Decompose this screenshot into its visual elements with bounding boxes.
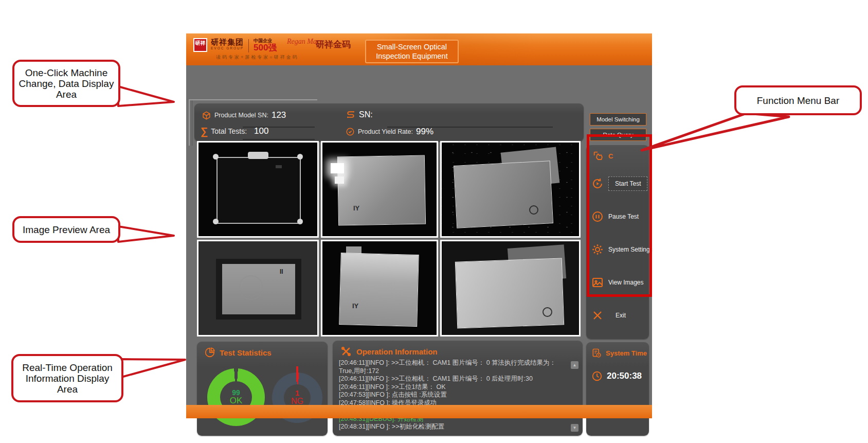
product-model-label: Product Model SN: <box>214 112 268 119</box>
ng-count: 1 <box>295 389 299 397</box>
total-tests-underline <box>243 139 315 140</box>
preview-image-6 <box>440 240 581 336</box>
logo-mark-icon: 研祥 <box>193 38 207 52</box>
current-time: 20:50:38 <box>607 371 642 381</box>
app-header: 研祥 研祥集团 EVOC GROUP 中国企业 500强 读码专家+屏检专家=研… <box>186 33 652 65</box>
exit-icon <box>591 309 604 322</box>
screenshot-canvas: 研祥 研祥集团 EVOC GROUP 中国企业 500强 读码专家+屏检专家=研… <box>0 0 868 443</box>
system-time-title: System Time <box>606 349 647 357</box>
app-title-line1: Small-Screen Optical <box>377 42 447 51</box>
preview-image-2: IY <box>321 141 438 238</box>
menu-item-label: Exit <box>616 312 626 319</box>
logo-brand-text: 研祥金码 <box>316 39 351 50</box>
system-time-panel: System Time 20:50:38 2024-08-15 <box>586 342 649 436</box>
data-display-panel: Product Model SN: 123 ∑ Total Tests: 100… <box>194 103 584 141</box>
app-footer-strip <box>186 405 652 418</box>
ok-count: 99 <box>232 389 240 397</box>
total-tests-value: 100 <box>254 126 268 136</box>
logo-rank-text: 500强 <box>254 43 277 52</box>
log-line: [20:46:11][INFO ]: >>工位相机： CAM1 图片编号： 0 … <box>339 359 567 375</box>
decorative-bracket <box>189 100 192 146</box>
pie-chart-icon <box>204 347 215 358</box>
yield-rate-label: Product Yield Rate: <box>358 128 413 135</box>
preview-image-4: II <box>197 240 319 336</box>
operation-log[interactable]: [20:46:11][INFO ]: >>工位相机： CAM1 图片编号： 0 … <box>339 359 567 433</box>
log-line: [20:46:11][INFO ]: >>工位1结果： OK <box>339 383 567 392</box>
callout-function-menu-bar: Function Menu Bar <box>734 85 862 115</box>
model-switching-button[interactable]: Model Switching <box>590 113 646 126</box>
doc-clock-icon <box>591 348 602 358</box>
callout-data-display-area: One-Click Machine Change, Data Display A… <box>12 60 120 107</box>
sn-route-icon <box>346 110 356 119</box>
inspection-app-window: 研祥 研祥集团 EVOC GROUP 中国企业 500强 读码专家+屏检专家=研… <box>186 33 652 418</box>
menu-item-exit[interactable]: Exit <box>591 307 646 324</box>
callout-image-preview-area: Image Preview Area <box>12 216 120 243</box>
test-statistics-panel: Test Statistics 99 OK 1 NG <box>197 342 328 436</box>
total-tests-label: Total Tests: <box>211 127 247 135</box>
log-scroll-up-button[interactable]: ▲ <box>571 361 578 369</box>
preview-image-1 <box>197 141 319 238</box>
image-preview-grid: IY II IY <box>197 141 585 339</box>
preview-image-5: IY <box>321 240 438 336</box>
log-line: [20:47:53][INFO ]: 点击按钮 :系统设置 <box>339 391 567 399</box>
tools-icon <box>340 345 352 358</box>
logo-divider <box>248 39 249 52</box>
app-body: Product Model SN: 123 ∑ Total Tests: 100… <box>186 65 652 405</box>
product-box-icon <box>202 111 211 120</box>
company-logo: 研祥 研祥集团 EVOC GROUP 中国企业 500强 <box>193 38 277 52</box>
app-title-line2: Inspection Equipment <box>376 51 447 61</box>
sigma-icon: ∑ <box>201 127 208 136</box>
log-scroll-down-button[interactable]: ▼ <box>571 424 578 432</box>
yield-rate-icon <box>346 127 355 136</box>
ok-label: OK <box>230 396 243 405</box>
log-line: [20:48:31][INFO ]: >>初始化检测配置 <box>339 423 567 431</box>
clock-icon <box>591 370 603 382</box>
log-line: [20:46:11][INFO ]: >>工位相机： CAM1 图片编号： 0 … <box>339 375 567 383</box>
menu-highlight-rectangle <box>587 134 652 297</box>
callout-info-display-area: Real-Time Operation Information Display … <box>11 354 123 402</box>
operation-info-title: Operation Information <box>356 347 438 356</box>
logo-slogan: 读码专家+屏检专家=研祥金码 <box>216 54 299 61</box>
app-title: Small-Screen Optical Inspection Equipmen… <box>365 40 459 63</box>
operation-info-panel: Operation Information [20:46:11][INFO ]:… <box>333 341 583 436</box>
logo-group-name: 研祥集团 <box>211 38 244 46</box>
yield-rate-value: 99% <box>416 127 433 137</box>
preview-image-3 <box>440 141 581 238</box>
product-model-value: 123 <box>272 110 286 120</box>
statistics-title: Test Statistics <box>220 348 272 357</box>
logo-group-name-en: EVOC GROUP <box>211 46 244 50</box>
decorative-line <box>189 99 317 100</box>
sn-label: SN: <box>359 110 373 119</box>
ng-slice-tick <box>296 366 298 382</box>
